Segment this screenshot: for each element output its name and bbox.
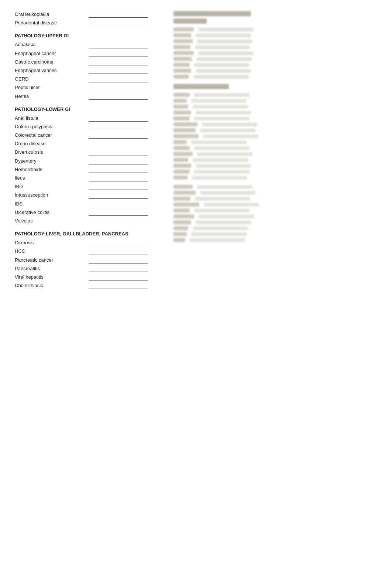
item-line[interactable]: [89, 211, 148, 216]
blurred-label: [173, 197, 190, 201]
blurred-subtitle: [173, 18, 207, 24]
item-label: IBS: [15, 201, 89, 207]
blurred-label: [173, 57, 192, 61]
list-item: Colorectal cancer: [15, 132, 162, 139]
list-item: GERD: [15, 76, 162, 82]
section-title: PATHOLOGY-LIVER, GALLBLADDER, PANCREAS: [15, 231, 162, 237]
list-item: Esophageal cancer: [15, 50, 162, 57]
blurred-title-2: [173, 84, 229, 89]
item-line[interactable]: [89, 125, 148, 130]
blurred-label: [173, 93, 190, 97]
item-label: Dysentery: [15, 158, 89, 164]
item-line[interactable]: [89, 43, 148, 48]
blurred-line: [195, 197, 250, 201]
item-line[interactable]: [89, 60, 148, 65]
item-label: GERD: [15, 76, 89, 82]
list-item: HCC: [15, 248, 162, 255]
blurred-line: [193, 105, 248, 109]
item-line[interactable]: [89, 142, 148, 147]
item-line[interactable]: [89, 52, 148, 57]
item-line[interactable]: [89, 275, 148, 280]
blurred-label: [173, 152, 193, 156]
blurred-line: [194, 93, 250, 97]
blurred-label: [173, 220, 191, 224]
blurred-label: [173, 39, 193, 43]
list-item: Volvulus: [15, 218, 162, 224]
item-line[interactable]: [89, 219, 148, 224]
item-label: Colonic polyposis: [15, 123, 89, 130]
item-line[interactable]: [89, 202, 148, 207]
blurred-line: [196, 69, 251, 73]
list-item: Dysentery: [15, 158, 162, 164]
list-item: Anal fistula: [15, 115, 162, 122]
blurred-label: [173, 185, 193, 189]
item-line[interactable]: [89, 250, 148, 255]
item-label: Diverticulosis: [15, 149, 89, 156]
blurred-line: [196, 34, 251, 37]
blurred-row: [173, 27, 377, 31]
blurred-label: [173, 232, 187, 236]
item-line[interactable]: [89, 168, 148, 173]
blurred-label: [173, 238, 185, 242]
item-line[interactable]: [89, 21, 148, 26]
item-line[interactable]: [89, 194, 148, 199]
item-line[interactable]: [89, 151, 148, 156]
blurred-row: [173, 203, 377, 207]
blurred-line: [204, 203, 259, 207]
list-item: Oral leukoplakia: [15, 11, 162, 18]
item-line[interactable]: [89, 267, 148, 272]
item-line[interactable]: [89, 284, 148, 289]
item-line[interactable]: [89, 258, 148, 263]
blurred-label: [173, 208, 190, 212]
item-label: IBD: [15, 183, 89, 190]
item-line[interactable]: [89, 95, 148, 100]
blurred-line: [194, 117, 250, 120]
item-line[interactable]: [89, 116, 148, 122]
blurred-row: [173, 69, 377, 73]
item-line[interactable]: [89, 176, 148, 181]
list-item: Peptic ulcer: [15, 84, 162, 91]
blurred-line: [194, 146, 250, 150]
list-item: Hernia: [15, 93, 162, 100]
item-label: Peptic ulcer: [15, 84, 89, 91]
blurred-row: [173, 232, 377, 236]
blurred-label: [173, 99, 187, 103]
list-item: Periodontal disease: [15, 20, 162, 26]
blurred-row: [173, 158, 377, 162]
blurred-row: [173, 170, 377, 174]
blurred-line: [193, 158, 248, 162]
blurred-row: [173, 164, 377, 168]
blurred-line: [196, 57, 252, 61]
item-line[interactable]: [89, 241, 148, 246]
right-column: [170, 11, 377, 296]
blurred-row: [173, 105, 377, 109]
item-line[interactable]: [89, 13, 148, 18]
blurred-line: [194, 209, 250, 212]
blurred-row: [173, 75, 377, 79]
item-label: HCC: [15, 248, 89, 255]
blurred-row: [173, 176, 377, 180]
section-title: PATHOLOGY-UPPER GI: [15, 33, 162, 38]
item-label: Cholelithiasis: [15, 282, 89, 289]
item-line[interactable]: [89, 69, 148, 74]
item-label: Volvulus: [15, 218, 89, 224]
blurred-line: [199, 215, 254, 218]
blurred-line: [198, 28, 254, 31]
blurred-row: [173, 93, 377, 97]
blurred-row: [173, 99, 377, 103]
list-item: Ileus: [15, 175, 162, 181]
blurred-label: [173, 140, 187, 144]
item-line[interactable]: [89, 159, 148, 164]
list-item: Crohn disease: [15, 140, 162, 147]
item-line[interactable]: [89, 185, 148, 190]
item-line[interactable]: [89, 133, 148, 139]
list-item: Ulcerative colitis: [15, 209, 162, 216]
list-item: Viral hepatitis: [15, 274, 162, 280]
item-line[interactable]: [89, 77, 148, 82]
blurred-line: [194, 63, 250, 67]
list-item: Achalasia: [15, 41, 162, 48]
item-line[interactable]: [89, 86, 148, 91]
right-section-top: [173, 11, 377, 24]
blurred-label: [173, 63, 190, 67]
blurred-row: [173, 146, 377, 150]
